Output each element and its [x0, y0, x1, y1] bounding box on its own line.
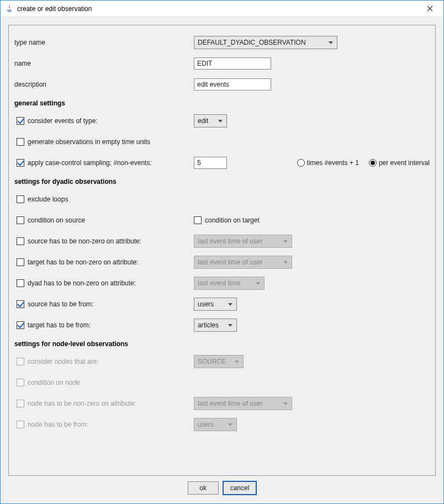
source-nonzero-label: source has to be non-zero on attribute:: [28, 237, 141, 245]
target-from-label: target has to be from:: [28, 321, 91, 329]
type-name-label: type name: [14, 39, 45, 46]
consider-events-label: consider events of type:: [28, 117, 98, 125]
generate-empty-label: generate observations in empty time unit…: [28, 138, 150, 146]
cancel-button[interactable]: cancel: [223, 481, 257, 495]
dialog-window: create or edit observation type name DEF…: [0, 0, 444, 504]
source-nonzero-checkbox[interactable]: [17, 237, 24, 245]
dyad-nonzero-label: dyad has to be non-zero on attribute:: [28, 279, 136, 287]
form-panel: type name DEFAULT_DYADIC_OBSERVATION nam…: [8, 25, 436, 476]
target-nonzero-label: target has to be non-zero on attribute:: [28, 258, 139, 266]
titlebar: create or edit observation: [1, 1, 443, 17]
node-from-checkbox: [17, 421, 24, 428]
consider-nodes-checkbox: [17, 358, 24, 365]
consider-events-select[interactable]: edit: [194, 114, 227, 128]
section-node: settings for node-level observations: [14, 336, 430, 351]
condition-target-checkbox[interactable]: [194, 216, 202, 224]
node-nonzero-checkbox: [17, 400, 24, 407]
source-from-select[interactable]: users: [194, 298, 237, 311]
target-nonzero-select: last event time of user: [194, 256, 292, 269]
condition-source-label: condition on source: [28, 216, 85, 224]
description-label: description: [14, 81, 46, 88]
dyad-nonzero-checkbox[interactable]: [17, 279, 24, 287]
target-from-select[interactable]: articles: [194, 319, 237, 332]
consider-nodes-select: SOURCE: [194, 355, 244, 368]
window-title: create or edit observation: [17, 5, 92, 13]
description-input[interactable]: [194, 78, 271, 91]
exclude-loops-checkbox[interactable]: [17, 195, 24, 203]
target-nonzero-checkbox[interactable]: [17, 258, 24, 266]
node-nonzero-select: last event time of user: [194, 397, 292, 410]
source-nonzero-select: last event time of user: [194, 235, 292, 248]
node-from-label: node has to be from:: [28, 421, 88, 428]
source-from-label: source has to be from:: [28, 300, 93, 308]
target-from-checkbox[interactable]: [17, 321, 24, 329]
consider-nodes-label: consider nodes that are:: [28, 358, 99, 365]
times-events-radio[interactable]: [297, 159, 305, 167]
condition-target-label: condition on target: [205, 216, 260, 224]
non-events-input[interactable]: [194, 157, 227, 169]
node-nonzero-label: node has to be non-zero on attribute:: [28, 400, 136, 407]
case-control-checkbox[interactable]: [17, 159, 24, 167]
condition-node-checkbox: [17, 379, 24, 386]
type-name-select[interactable]: DEFAULT_DYADIC_OBSERVATION: [194, 36, 337, 49]
close-button[interactable]: [417, 1, 442, 17]
condition-node-label: condition on node: [28, 379, 80, 386]
exclude-loops-label: exclude loops: [28, 195, 68, 203]
content-area: type name DEFAULT_DYADIC_OBSERVATION nam…: [1, 17, 443, 502]
dyad-nonzero-select: last event time: [194, 277, 265, 290]
consider-events-checkbox[interactable]: [17, 117, 24, 125]
case-control-label: apply case-control sampling; #non-events…: [28, 159, 152, 167]
generate-empty-checkbox[interactable]: [17, 138, 24, 146]
section-dyadic: settings for dyadic observations: [14, 173, 430, 189]
per-interval-label: per event interval: [379, 159, 430, 167]
per-interval-radio[interactable]: [369, 159, 377, 167]
node-from-select: users: [194, 418, 237, 431]
name-label: name: [14, 60, 31, 67]
button-row: ok cancel: [8, 476, 436, 495]
times-events-label: times #events + 1: [307, 159, 359, 167]
ok-button[interactable]: ok: [188, 481, 219, 495]
condition-source-checkbox[interactable]: [17, 216, 24, 224]
name-input[interactable]: [194, 57, 271, 70]
section-general: general settings: [14, 95, 430, 110]
source-from-checkbox[interactable]: [17, 300, 24, 308]
java-icon: [5, 4, 14, 13]
